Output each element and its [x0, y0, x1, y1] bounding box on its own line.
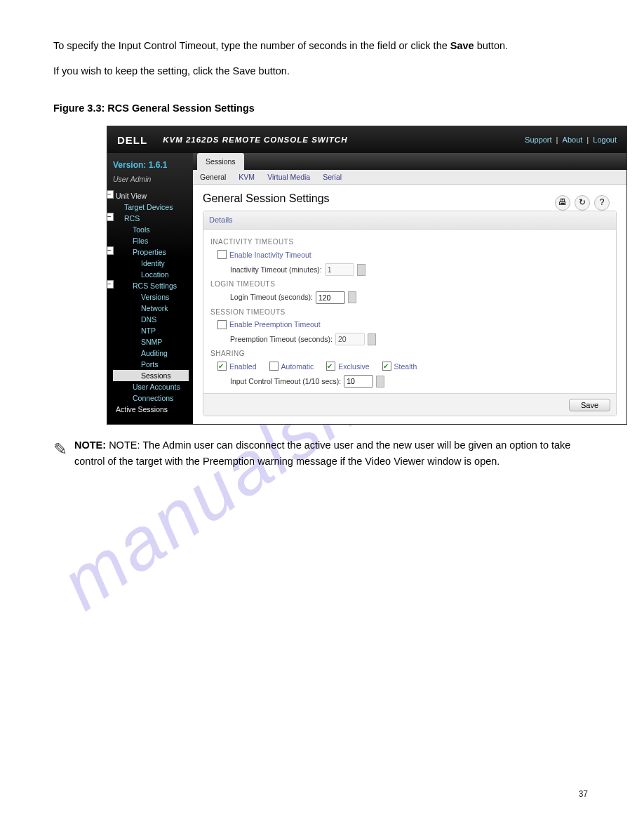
tree-unit-view[interactable]: Unit View	[113, 190, 189, 201]
sec-login: LOGIN TIMEOUTS	[210, 279, 609, 290]
tree-snmp[interactable]: SNMP	[113, 336, 189, 348]
stepper-icon[interactable]	[348, 291, 356, 303]
tree-ntp[interactable]: NTP	[113, 325, 189, 336]
sec-sharing: SHARING	[210, 348, 609, 359]
figure-caption: Figure 3.3: RCS General Session Settings	[53, 100, 591, 116]
subtab-virtualmedia[interactable]: Virtual Media	[267, 171, 310, 183]
sec-inactivity: INACTIVITY TIMEOUTS	[210, 237, 609, 248]
tree-rcs-settings[interactable]: RCS Settings	[113, 280, 189, 291]
dell-logo: DELL	[117, 132, 147, 148]
note-text: NOTE: NOTE: The Admin user can disconnec…	[74, 437, 591, 469]
tree-auditing[interactable]: Auditing	[113, 348, 189, 359]
subtab-general[interactable]: General	[200, 171, 226, 183]
link-about[interactable]: About	[563, 134, 583, 146]
input-login[interactable]	[316, 291, 345, 304]
note-icon: ✎	[53, 436, 67, 462]
field-inactivity: Inactivity Timeout (minutes):	[230, 264, 322, 275]
tree-active-sessions[interactable]: Active Sessions	[113, 404, 189, 415]
tab-bar: Sessions	[193, 153, 626, 170]
tree-dns[interactable]: DNS	[113, 314, 189, 325]
print-icon[interactable]: 🖶	[555, 195, 570, 211]
tab-sessions[interactable]: Sessions	[197, 153, 244, 170]
subtab-kvm[interactable]: KVM	[239, 171, 255, 183]
doc-text-2: If you wish to keep the setting, click t…	[53, 63, 591, 79]
input-preempt[interactable]	[335, 333, 365, 345]
tree-connections[interactable]: Connections	[113, 392, 189, 404]
tree-versions[interactable]: Versions	[113, 291, 189, 303]
subtab-serial[interactable]: Serial	[323, 171, 342, 183]
tree-properties[interactable]: Properties	[113, 246, 189, 258]
chk-automatic[interactable]	[269, 362, 279, 371]
sec-session: SESSION TIMEOUTS	[210, 307, 609, 318]
tree-identity[interactable]: Identity	[113, 258, 189, 269]
lbl-exclusive: Exclusive	[338, 361, 369, 372]
lbl-inactivity: Enable Inactivity Timeout	[229, 249, 311, 260]
help-icon[interactable]: ?	[594, 195, 610, 211]
tree-tools[interactable]: Tools	[113, 224, 189, 235]
link-support[interactable]: Support	[525, 134, 552, 146]
input-inactivity[interactable]	[325, 263, 354, 276]
chk-enabled[interactable]	[217, 362, 227, 371]
refresh-icon[interactable]: ↻	[575, 195, 590, 211]
tree-files[interactable]: Files	[113, 235, 189, 246]
tree-target-devices[interactable]: Target Devices	[113, 201, 189, 213]
stepper-icon[interactable]	[376, 376, 384, 388]
field-inputctl: Input Control Timeout (1/10 secs):	[230, 376, 341, 387]
save-button[interactable]: Save	[569, 399, 610, 411]
lbl-stealth: Stealth	[394, 361, 417, 372]
chk-inactivity[interactable]	[217, 250, 227, 259]
input-inputctl[interactable]	[344, 375, 373, 388]
stepper-icon[interactable]	[357, 264, 365, 276]
lbl-enabled: Enabled	[229, 361, 257, 372]
version-label: Version: 1.6.1	[113, 159, 189, 172]
chk-preempt[interactable]	[217, 320, 227, 329]
details-header: Details	[203, 211, 616, 230]
tree-user-accounts[interactable]: User Accounts	[113, 381, 189, 392]
sidebar: Version: 1.6.1 User Admin Unit ViewTarge…	[107, 153, 193, 424]
link-logout[interactable]: Logout	[593, 134, 617, 146]
page-number: 37	[579, 789, 588, 799]
tree-location[interactable]: Location	[113, 269, 189, 280]
doc-text-1: To specify the Input Control Timeout, ty…	[53, 38, 591, 53]
sub-tab-bar: General KVM Virtual Media Serial	[193, 170, 626, 185]
lbl-automatic: Automatic	[281, 361, 314, 372]
app-header: DELL KVM 2162DS REMOTE CONSOLE SWITCH Su…	[107, 126, 626, 153]
field-preempt: Preemption Timeout (seconds):	[230, 333, 333, 345]
lbl-preempt: Enable Preemption Timeout	[229, 319, 321, 330]
chk-stealth[interactable]	[382, 362, 391, 371]
tree-sessions[interactable]: Sessions	[113, 370, 189, 381]
tree-rcs[interactable]: RCS	[113, 213, 189, 224]
user-label: User Admin	[113, 173, 189, 185]
stepper-icon[interactable]	[368, 333, 376, 345]
field-login: Login Timeout (seconds):	[230, 291, 313, 303]
screenshot: DELL KVM 2162DS REMOTE CONSOLE SWITCH Su…	[107, 126, 627, 425]
tree-ports[interactable]: Ports	[113, 359, 189, 370]
tree-network[interactable]: Network	[113, 303, 189, 314]
chk-exclusive[interactable]	[326, 362, 335, 371]
app-title: KVM 2162DS REMOTE CONSOLE SWITCH	[163, 134, 347, 147]
